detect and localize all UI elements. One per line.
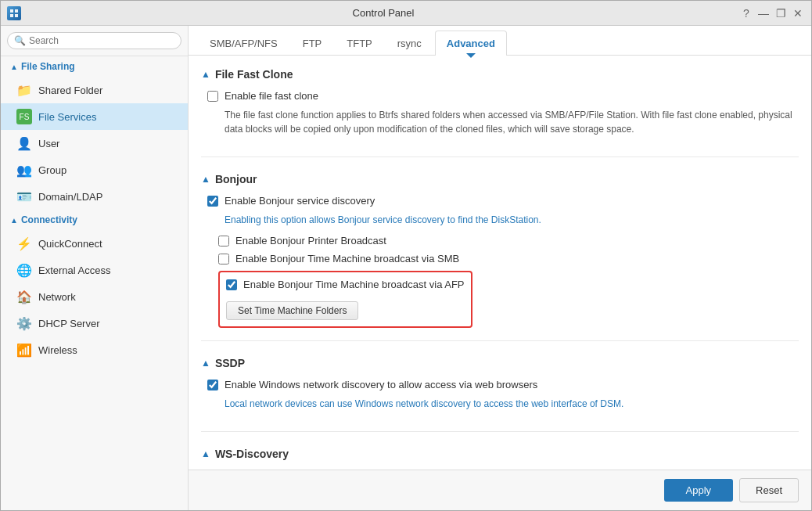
section-ws-discovery: ▲ WS-Discovery <box>201 448 799 470</box>
svg-rect-3 <box>15 14 18 17</box>
sidebar-item-label: Shared Folder <box>38 85 102 96</box>
sidebar-item-external-access[interactable]: 🌐 External Access <box>1 257 188 283</box>
window-title: Control Panel <box>27 7 739 19</box>
chevron-down-icon: ▲ <box>201 448 210 459</box>
minimize-button[interactable]: — <box>756 6 771 20</box>
sidebar-item-dhcp-server[interactable]: ⚙️ DHCP Server <box>1 310 188 336</box>
ssdp-description: Local network devices can use Windows ne… <box>225 397 799 411</box>
sidebar-item-label: Wireless <box>38 344 77 356</box>
reset-button[interactable]: Reset <box>739 478 799 502</box>
section-ws-discovery-header[interactable]: ▲ WS-Discovery <box>201 448 799 460</box>
section-bonjour: ▲ Bonjour Enable Bonjour service discove… <box>201 173 799 341</box>
svg-rect-2 <box>10 14 13 17</box>
set-time-machine-folders-button[interactable]: Set Time Machine Folders <box>226 301 358 320</box>
sidebar-item-label: QuickConnect <box>38 238 102 250</box>
checkbox-row-bonjour-tm-smb: Enable Bonjour Time Machine broadcast vi… <box>218 253 799 264</box>
tab-active-indicator <box>466 53 476 58</box>
user-icon: 👤 <box>16 135 32 151</box>
enable-bonjour-tm-afp-checkbox[interactable] <box>226 279 237 290</box>
checkbox-row-enable-ssdp: Enable Windows network discovery to allo… <box>207 379 799 390</box>
checkbox-row-bonjour-tm-afp: Enable Bonjour Time Machine broadcast vi… <box>226 279 465 290</box>
close-button[interactable]: ✕ <box>791 6 805 20</box>
section-title: WS-Discovery <box>215 448 289 460</box>
sidebar-item-network[interactable]: 🏠 Network <box>1 283 188 310</box>
sidebar-item-label: Group <box>38 164 66 176</box>
sidebar-search-container: 🔍 <box>1 26 188 56</box>
sidebar-item-label: Network <box>38 291 76 303</box>
enable-bonjour-tm-smb-checkbox[interactable] <box>218 254 229 264</box>
sidebar-item-group[interactable]: 👥 Group <box>1 157 188 183</box>
section-file-fast-clone: ▲ File Fast Clone Enable file fast clone… <box>201 68 799 157</box>
apply-button[interactable]: Apply <box>664 479 734 502</box>
highlighted-box: Enable Bonjour Time Machine broadcast vi… <box>218 271 472 328</box>
restore-button[interactable]: ❐ <box>774 6 788 20</box>
sidebar-item-label: File Services <box>38 111 96 123</box>
dhcp-icon: ⚙️ <box>16 315 32 331</box>
sidebar-item-user[interactable]: 👤 User <box>1 130 188 157</box>
quickconnect-icon: ⚡ <box>16 236 32 251</box>
sidebar-section-label: Connectivity <box>21 214 77 225</box>
sidebar-section-connectivity[interactable]: ▲ Connectivity <box>1 210 188 230</box>
section-file-fast-clone-header[interactable]: ▲ File Fast Clone <box>201 68 799 81</box>
enable-ffc-label: Enable file fast clone <box>225 90 318 102</box>
sidebar-item-label: User <box>38 138 59 149</box>
sidebar-item-file-services[interactable]: FS File Services <box>1 103 188 130</box>
main-layout: 🔍 ▲ File Sharing 📁 Shared Folder FS Fi <box>1 26 811 510</box>
external-access-icon: 🌐 <box>16 262 32 278</box>
title-bar: Control Panel ? — ❐ ✕ <box>1 1 811 26</box>
enable-bonjour-label: Enable Bonjour service discovery <box>225 195 375 207</box>
section-ssdp-content: Enable Windows network discovery to allo… <box>201 379 799 411</box>
enable-bonjour-printer-label: Enable Bonjour Printer Broadcast <box>235 235 386 247</box>
search-icon: 🔍 <box>14 35 26 46</box>
tab-ftp[interactable]: FTP <box>291 31 334 56</box>
enable-bonjour-printer-checkbox[interactable] <box>218 236 229 247</box>
group-icon: 👥 <box>16 162 32 178</box>
chevron-down-icon: ▲ <box>10 63 18 71</box>
tab-tftp[interactable]: TFTP <box>335 31 384 56</box>
enable-bonjour-checkbox[interactable] <box>207 196 218 207</box>
main-window: Control Panel ? — ❐ ✕ 🔍 ▲ File Sharing <box>0 0 812 511</box>
help-button[interactable]: ? <box>739 6 753 20</box>
sidebar-section-file-sharing[interactable]: ▲ File Sharing <box>1 56 188 77</box>
enable-ssdp-checkbox[interactable] <box>207 380 218 390</box>
enable-ffc-checkbox[interactable] <box>207 91 218 102</box>
tab-smb-afp-nfs[interactable]: SMB/AFP/NFS <box>198 31 289 56</box>
checkbox-row-bonjour-printer: Enable Bonjour Printer Broadcast <box>218 235 799 247</box>
sidebar-item-label: DHCP Server <box>38 318 100 329</box>
section-title: SSDP <box>215 357 245 369</box>
sidebar-section-label: File Sharing <box>21 61 75 72</box>
sidebar-item-wireless[interactable]: 📶 Wireless <box>1 336 188 363</box>
section-bonjour-header[interactable]: ▲ Bonjour <box>201 173 799 185</box>
chevron-down-icon: ▲ <box>201 174 210 185</box>
section-ssdp-header[interactable]: ▲ SSDP <box>201 357 799 369</box>
folder-icon: 📁 <box>16 82 32 98</box>
bonjour-description: Enabling this option allows Bonjour serv… <box>225 213 799 227</box>
window-controls: ? — ❐ ✕ <box>739 6 805 20</box>
section-bonjour-content: Enable Bonjour service discovery Enablin… <box>201 195 799 328</box>
sidebar-item-label: Domain/LDAP <box>38 191 102 203</box>
content-area: SMB/AFP/NFS FTP TFTP rsync Advanced <box>189 26 811 510</box>
sidebar-item-quickconnect[interactable]: ⚡ QuickConnect <box>1 230 188 257</box>
sidebar-item-label: External Access <box>38 264 111 276</box>
sidebar: 🔍 ▲ File Sharing 📁 Shared Folder FS Fi <box>1 26 189 510</box>
tab-advanced[interactable]: Advanced <box>435 31 507 56</box>
svg-rect-1 <box>15 9 18 13</box>
tab-rsync[interactable]: rsync <box>386 31 433 56</box>
sidebar-item-domain-ldap[interactable]: 🪪 Domain/LDAP <box>1 183 188 210</box>
sidebar-item-shared-folder[interactable]: 📁 Shared Folder <box>1 77 188 103</box>
wireless-icon: 📶 <box>16 342 32 358</box>
content-scroll: ▲ File Fast Clone Enable file fast clone… <box>189 56 811 470</box>
checkbox-row-enable-bonjour: Enable Bonjour service discovery <box>207 195 799 207</box>
svg-rect-0 <box>10 9 13 13</box>
network-icon: 🏠 <box>16 289 32 304</box>
chevron-down-icon: ▲ <box>10 216 18 225</box>
app-icon <box>7 6 21 20</box>
enable-bonjour-tm-afp-label: Enable Bonjour Time Machine broadcast vi… <box>243 279 465 290</box>
search-input[interactable] <box>29 35 174 46</box>
footer: Apply Reset <box>189 470 811 510</box>
section-title: Bonjour <box>215 173 257 185</box>
section-title: File Fast Clone <box>215 68 293 81</box>
services-icon: FS <box>16 109 32 124</box>
enable-ssdp-label: Enable Windows network discovery to allo… <box>225 379 537 390</box>
enable-bonjour-tm-smb-label: Enable Bonjour Time Machine broadcast vi… <box>235 253 459 264</box>
